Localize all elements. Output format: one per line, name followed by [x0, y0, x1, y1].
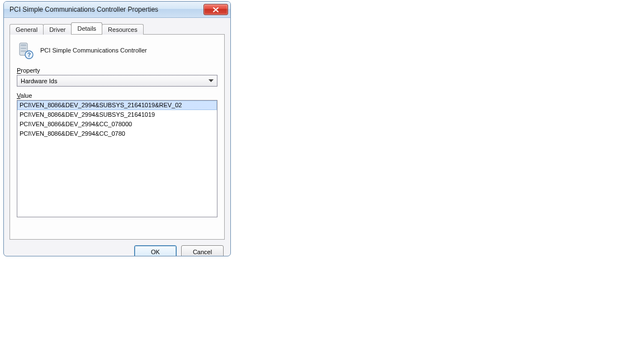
svg-rect-3	[21, 50, 26, 52]
titlebar[interactable]: PCI Simple Communications Controller Pro…	[4, 2, 230, 18]
tab-strip: General Driver Details Resources	[4, 18, 230, 34]
list-item[interactable]: PCI\VEN_8086&DEV_2994&SUBSYS_21641019&RE…	[17, 101, 217, 110]
tab-panel-details: ? PCI Simple Communications Controller P…	[10, 34, 225, 240]
close-icon	[213, 7, 219, 12]
list-item[interactable]: PCI\VEN_8086&DEV_2994&CC_078000	[17, 120, 217, 129]
close-button[interactable]	[203, 4, 228, 15]
window-title: PCI Simple Communications Controller Pro…	[10, 6, 203, 13]
device-header: ? PCI Simple Communications Controller	[17, 41, 217, 59]
tab-resources[interactable]: Resources	[102, 24, 144, 35]
list-item[interactable]: PCI\VEN_8086&DEV_2994&SUBSYS_21641019	[17, 110, 217, 120]
property-selected: Hardware Ids	[21, 78, 206, 84]
tab-general[interactable]: General	[10, 24, 44, 35]
list-item[interactable]: PCI\VEN_8086&DEV_2994&CC_0780	[17, 129, 217, 139]
device-icon: ?	[17, 41, 35, 59]
properties-dialog: PCI Simple Communications Controller Pro…	[3, 1, 231, 256]
dialog-buttons: OK Cancel	[4, 245, 230, 256]
svg-rect-2	[21, 47, 26, 49]
cancel-button[interactable]: Cancel	[181, 245, 224, 256]
value-label: Value	[17, 92, 217, 99]
tab-driver[interactable]: Driver	[43, 24, 72, 35]
chevron-down-icon	[206, 76, 216, 85]
svg-text:?: ?	[27, 52, 31, 58]
property-label: Property	[17, 67, 217, 74]
ok-button[interactable]: OK	[134, 245, 177, 256]
svg-rect-1	[21, 44, 26, 46]
property-combobox[interactable]: Hardware Ids	[17, 75, 217, 87]
device-name: PCI Simple Communications Controller	[40, 47, 147, 54]
value-listbox[interactable]: PCI\VEN_8086&DEV_2994&SUBSYS_21641019&RE…	[17, 100, 217, 217]
tab-details[interactable]: Details	[71, 22, 102, 34]
